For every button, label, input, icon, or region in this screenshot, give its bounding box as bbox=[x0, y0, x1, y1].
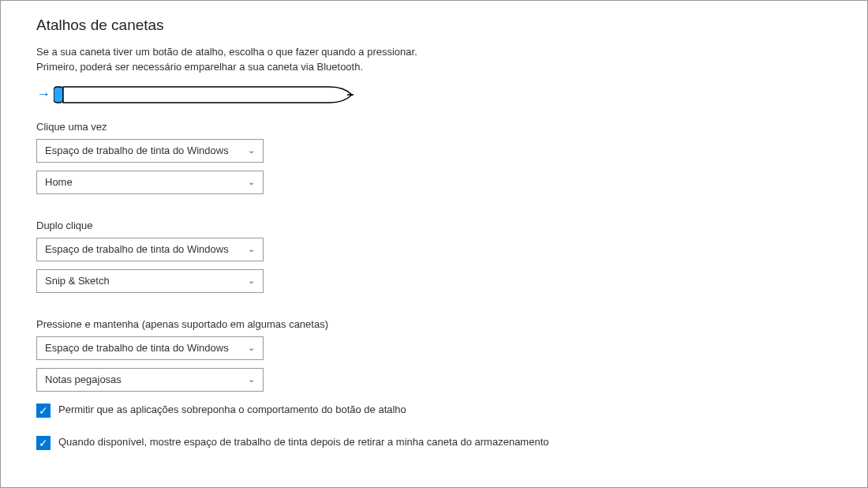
arrow-right-icon: → bbox=[36, 86, 51, 103]
chevron-down-icon: ⌄ bbox=[248, 244, 255, 254]
double-click-dropdown-1[interactable]: Espaço de trabalho de tinta do Windows ⌄ bbox=[36, 238, 264, 261]
dropdown-value: Home bbox=[45, 176, 73, 188]
show-ink-workspace-label: Quando disponível, mostre espaço de trab… bbox=[58, 435, 549, 450]
allow-apps-override-label: Permitir que as aplicações sobreponha o … bbox=[58, 403, 406, 418]
pen-icon bbox=[54, 86, 354, 103]
press-hold-dropdown-1[interactable]: Espaço de trabalho de tinta do Windows ⌄ bbox=[36, 336, 264, 360]
dropdown-value: Espaço de trabalho de tinta do Windows bbox=[45, 342, 229, 354]
dropdown-value: Snip & Sketch bbox=[45, 275, 110, 287]
chevron-down-icon: ⌄ bbox=[248, 177, 255, 187]
allow-apps-override-checkbox[interactable]: ✓ bbox=[36, 404, 51, 418]
press-hold-dropdown-2[interactable]: Notas pegajosas ⌄ bbox=[36, 368, 264, 392]
check-icon: ✓ bbox=[39, 404, 48, 418]
page-title: Atalhos de canetas bbox=[36, 17, 832, 34]
pen-illustration: → bbox=[36, 86, 832, 103]
section-description: Se a sua caneta tiver um botão de atalho… bbox=[36, 45, 447, 75]
chevron-down-icon: ⌄ bbox=[248, 276, 255, 286]
double-click-label: Duplo clique bbox=[36, 220, 832, 231]
check-icon: ✓ bbox=[39, 436, 48, 450]
click-once-dropdown-1[interactable]: Espaço de trabalho de tinta do Windows ⌄ bbox=[36, 139, 264, 163]
click-once-dropdown-2[interactable]: Home ⌄ bbox=[36, 171, 264, 194]
svg-rect-0 bbox=[54, 87, 63, 103]
chevron-down-icon: ⌄ bbox=[248, 343, 255, 353]
dropdown-value: Notas pegajosas bbox=[45, 374, 122, 385]
double-click-dropdown-2[interactable]: Snip & Sketch ⌄ bbox=[36, 269, 264, 293]
dropdown-value: Espaço de trabalho de tinta do Windows bbox=[45, 243, 229, 255]
show-ink-workspace-checkbox[interactable]: ✓ bbox=[36, 436, 51, 450]
press-hold-label: Pressione e mantenha (apenas suportado e… bbox=[36, 318, 832, 330]
chevron-down-icon: ⌄ bbox=[248, 374, 255, 385]
chevron-down-icon: ⌄ bbox=[248, 145, 255, 156]
click-once-label: Clique uma vez bbox=[36, 121, 832, 133]
dropdown-value: Espaço de trabalho de tinta do Windows bbox=[45, 145, 229, 156]
